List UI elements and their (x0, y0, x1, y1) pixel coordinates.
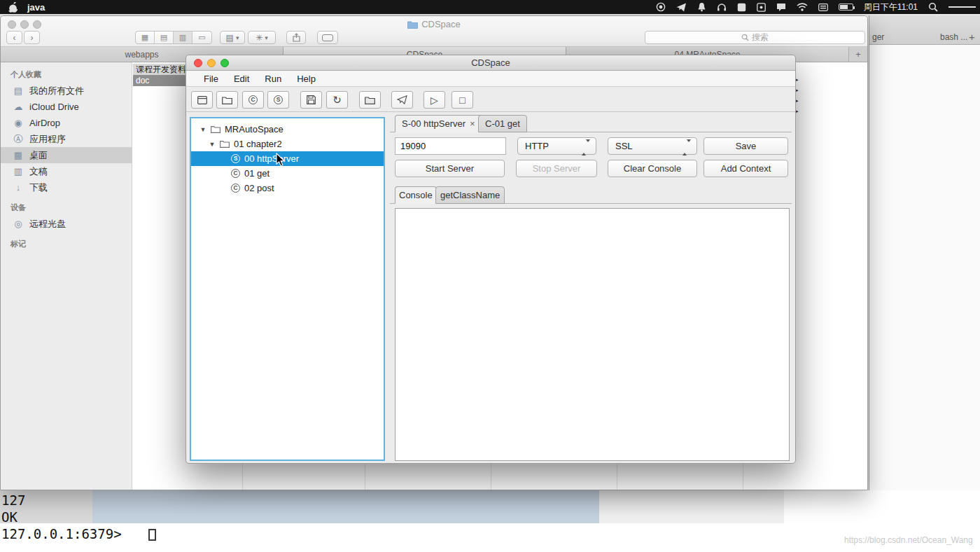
disclosure-triangle-icon[interactable]: ▼ (200, 126, 206, 133)
active-app-name[interactable]: java (27, 2, 45, 13)
cdspace-app-window: CDSpace File Edit Run Help C S (186, 55, 796, 464)
disclosure-triangle-icon[interactable]: ▼ (209, 141, 216, 148)
ssl-select[interactable]: SSL (608, 137, 697, 155)
telegram-icon[interactable] (676, 2, 687, 12)
finder-new-tab-button[interactable]: + (849, 47, 867, 62)
view-columns-button[interactable]: ▥ (174, 32, 192, 43)
stop-icon: □ (459, 95, 465, 106)
documents-icon: ▥ (13, 166, 24, 177)
sidebar-section-tags: 标记 (1, 239, 132, 249)
floppy-save-icon (307, 95, 316, 104)
forward-button[interactable]: › (24, 31, 40, 44)
share-button[interactable] (286, 31, 306, 44)
add-context-button[interactable]: Add Context (704, 160, 788, 177)
circle-s-icon: S (274, 95, 283, 104)
menu-help[interactable]: Help (289, 74, 323, 84)
redis-terminal[interactable]: 127 OK 127.0.0.1:6379> (0, 490, 980, 552)
chevron-down-icon: ▾ (236, 34, 239, 41)
project-tree-panel: ▼ MRAutoSpace ▼ 01 chapter2 S 00 httpSer… (190, 117, 385, 461)
menubar-clock[interactable]: 周日下午11:01 (864, 1, 918, 13)
refresh-icon: ↻ (332, 94, 342, 106)
back-button[interactable]: ‹ (6, 31, 22, 44)
tree-node-get[interactable]: C 01 get (191, 166, 384, 181)
tag-button[interactable] (317, 31, 338, 44)
console-output-area[interactable] (395, 208, 790, 461)
background-tab-bash[interactable]: bash ... (940, 32, 967, 42)
menu-file[interactable]: File (196, 74, 226, 84)
view-list-button[interactable]: ▤ (155, 32, 174, 43)
refresh-button[interactable]: ↻ (326, 91, 348, 109)
arrange-menu-button[interactable]: ▤▾ (220, 31, 245, 44)
sidebar-item-documents[interactable]: ▥文稿 (1, 163, 132, 179)
folder-icon (220, 140, 230, 148)
tree-node-chapter2[interactable]: ▼ 01 chapter2 (191, 137, 384, 151)
send-icon (397, 95, 407, 104)
tab-console[interactable]: Console (395, 186, 437, 204)
folder-icon (211, 125, 220, 133)
chat-status-icon[interactable] (776, 2, 786, 12)
tree-node-post[interactable]: C 02 post (191, 181, 384, 195)
folder-icon (365, 96, 375, 104)
new-server-button[interactable]: S (267, 91, 289, 109)
folder-icon (407, 20, 418, 29)
run-button[interactable]: ▷ (424, 91, 445, 109)
keyboard-brightness-icon[interactable] (818, 2, 828, 12)
desktop-icon: ▦ (13, 150, 24, 160)
background-tab-partial[interactable]: ger (872, 32, 884, 42)
input-source-icon[interactable] (737, 2, 746, 12)
tree-node-root[interactable]: ▼ MRAutoSpace (191, 122, 384, 137)
view-coverflow-button[interactable]: ▭ (192, 32, 211, 43)
app-titlebar: CDSpace (186, 55, 795, 71)
search-placeholder: 搜索 (752, 32, 769, 43)
save-button[interactable]: Save (704, 137, 788, 155)
background-new-tab-button[interactable]: + (969, 31, 975, 43)
spotlight-search-icon[interactable] (928, 2, 938, 12)
background-terminal-tabbar: ger bash ... + (869, 15, 980, 45)
combo-arrows-icon (682, 142, 691, 153)
workspace-button[interactable] (359, 91, 381, 109)
open-project-button[interactable] (216, 91, 238, 109)
tree-node-httpserver[interactable]: S 00 httpServer (191, 151, 384, 166)
sidebar-item-all-files[interactable]: ▤我的所有文件 (1, 83, 132, 99)
menu-run[interactable]: Run (257, 74, 289, 84)
bell-icon[interactable] (697, 2, 706, 12)
protocol-select[interactable]: HTTP (517, 137, 596, 155)
circle-c-icon: C (231, 169, 240, 178)
clear-console-button[interactable]: Clear Console (608, 160, 697, 177)
record-status-icon[interactable] (656, 2, 666, 12)
action-gear-button[interactable]: ✳▾ (248, 31, 276, 44)
terminal-line-1: 127 (0, 492, 980, 509)
tab-c01-get[interactable]: C-01 get (478, 115, 527, 132)
notification-center-icon[interactable] (948, 2, 976, 12)
save-toolbar-button[interactable] (300, 91, 322, 109)
wifi-icon[interactable] (797, 2, 808, 12)
app-status-icon[interactable] (757, 2, 766, 12)
start-server-button[interactable]: Start Server (395, 160, 505, 177)
sidebar-item-applications[interactable]: Ⓐ应用程序 (1, 131, 132, 147)
headset-icon[interactable] (717, 2, 727, 12)
apple-menu-icon[interactable] (8, 2, 18, 12)
finder-search-input[interactable]: 搜索 (645, 31, 865, 44)
new-client-button[interactable]: C (242, 91, 264, 109)
sidebar-item-icloud[interactable]: ☁iCloud Drive (1, 99, 132, 115)
background-terminal-window: ger bash ... + (869, 15, 980, 552)
port-input[interactable] (395, 137, 506, 155)
tab-getclassname[interactable]: getClassName (435, 186, 505, 204)
tab-s00-httpserver[interactable]: S-00 httpServer × (395, 115, 482, 132)
chevron-down-icon: ▾ (265, 34, 268, 41)
sidebar-item-desktop[interactable]: ▦桌面 (1, 147, 132, 163)
screen: java (0, 0, 980, 552)
send-request-button[interactable] (391, 91, 413, 109)
stop-button[interactable]: □ (451, 91, 473, 109)
battery-icon[interactable] (839, 4, 853, 11)
view-grid-button[interactable]: ▦ (136, 32, 155, 43)
menu-edit[interactable]: Edit (226, 74, 257, 84)
new-project-button[interactable] (191, 91, 213, 109)
open-folder-icon (222, 96, 232, 104)
sidebar-item-remote-disc[interactable]: ◎远程光盘 (1, 216, 132, 232)
tab-close-icon[interactable]: × (470, 118, 475, 129)
sidebar-item-airdrop[interactable]: ◉AirDrop (1, 115, 132, 131)
stop-server-button[interactable]: Stop Server (516, 160, 597, 177)
finder-header: CDSpace ‹ › ▦ ▤ ▥ ▭ ▤▾ ✳▾ (1, 16, 867, 47)
sidebar-item-downloads[interactable]: ↓下载 (1, 179, 132, 195)
